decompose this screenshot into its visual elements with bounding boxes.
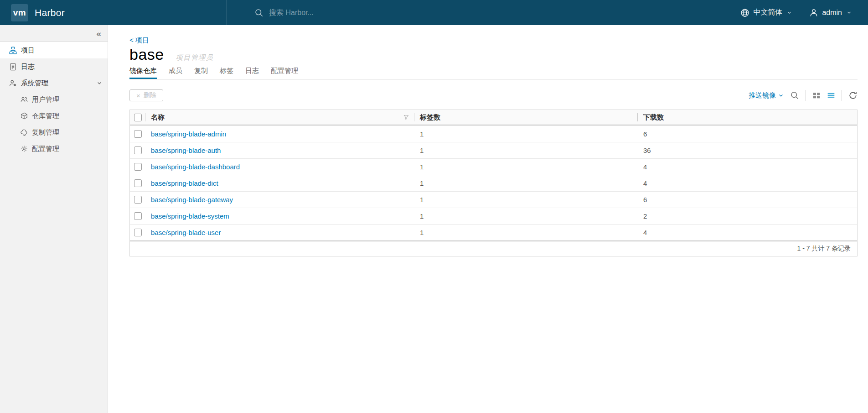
tab-members[interactable]: 成员: [169, 67, 182, 79]
app-title: Harbor: [35, 7, 65, 18]
search-icon: [254, 8, 264, 17]
page-title: base: [129, 46, 164, 63]
repository-link[interactable]: base/spring-blade-user: [151, 229, 221, 236]
tab-labels[interactable]: 标签: [220, 67, 233, 79]
row-checkbox[interactable]: [134, 163, 142, 171]
header-cell-tags: 标签数: [414, 110, 638, 125]
replication-cloud-icon: [21, 129, 28, 136]
search-repositories-icon[interactable]: [790, 91, 799, 100]
row-checkbox[interactable]: [134, 196, 142, 204]
table-row: base/spring-blade-dict 1 4: [130, 175, 857, 191]
row-name-cell: base/spring-blade-system: [145, 212, 414, 220]
sidebar-item-configuration-management[interactable]: 配置管理: [0, 141, 108, 157]
refresh-icon[interactable]: [848, 91, 858, 100]
row-select-cell: [130, 179, 145, 187]
breadcrumb-projects-link[interactable]: < 项目: [129, 36, 149, 44]
app-header: vm Harbor 中文简体: [0, 0, 868, 25]
tab-configuration[interactable]: 配置管理: [271, 67, 298, 79]
row-select-cell: [130, 163, 145, 171]
row-select-cell: [130, 212, 145, 220]
global-search: [227, 0, 740, 25]
row-checkbox[interactable]: [134, 179, 142, 187]
sidebar-item-label: 用户管理: [32, 95, 59, 104]
users-icon: [21, 96, 28, 103]
row-checkbox[interactable]: [134, 146, 142, 154]
header-actions: 中文简体 admin: [740, 0, 868, 25]
sidebar-top: «: [0, 25, 108, 42]
sidebar-item-replication-management[interactable]: 复制管理: [0, 124, 108, 141]
language-menu[interactable]: 中文简体: [740, 8, 792, 17]
delete-button[interactable]: × 删除: [129, 89, 163, 101]
toolbar-right: 推送镜像: [749, 90, 858, 101]
table-row: base/spring-blade-auth 1 36: [130, 142, 857, 158]
row-name-cell: base/spring-blade-admin: [145, 130, 414, 138]
repository-link[interactable]: base/spring-blade-auth: [151, 146, 221, 154]
filter-icon[interactable]: [403, 115, 409, 120]
row-checkbox[interactable]: [134, 130, 142, 138]
row-select-cell: [130, 130, 145, 138]
column-label-pulls: 下载数: [643, 113, 664, 122]
table-body: base/spring-blade-admin 1 6 base/spring-…: [130, 125, 857, 240]
tab-repositories[interactable]: 镜像仓库: [129, 67, 157, 79]
tags-count: 1: [414, 229, 638, 236]
records-summary: 1 - 7 共计 7 条记录: [797, 245, 851, 253]
row-name-cell: base/spring-blade-gateway: [145, 196, 414, 204]
row-name-cell: base/spring-blade-dict: [145, 179, 414, 187]
list-view-icon[interactable]: [827, 91, 835, 99]
sidebar-item-administration[interactable]: 系统管理: [0, 75, 108, 91]
table-row: base/spring-blade-gateway 1 6: [130, 191, 857, 208]
sidebar-item-label: 仓库管理: [32, 112, 59, 120]
search-input[interactable]: [269, 9, 460, 17]
table-header: 名称 标签数 下载数: [130, 110, 857, 125]
pulls-count: 6: [638, 130, 857, 138]
row-select-cell: [130, 229, 145, 236]
collapse-sidebar-icon[interactable]: «: [96, 29, 101, 38]
table-footer: 1 - 7 共计 7 条记录: [130, 240, 857, 256]
sidebar-item-label: 配置管理: [32, 145, 59, 153]
divider: [806, 90, 806, 101]
tab-logs[interactable]: 日志: [245, 67, 259, 79]
row-name-cell: base/spring-blade-auth: [145, 146, 414, 154]
user-icon: [809, 8, 818, 17]
row-select-cell: [130, 146, 145, 154]
tab-bar: 镜像仓库 成员 复制 标签 日志 配置管理: [129, 67, 858, 79]
sidebar-item-registry-management[interactable]: 仓库管理: [0, 108, 108, 124]
header-cell-name: 名称: [145, 110, 414, 125]
sidebar-item-label: 复制管理: [32, 128, 59, 137]
pulls-count: 4: [638, 163, 857, 171]
toolbar: × 删除 推送镜像: [129, 89, 858, 101]
sidebar-item-label: 项目: [21, 46, 35, 55]
repository-link[interactable]: base/spring-blade-system: [151, 212, 229, 220]
card-view-icon[interactable]: [812, 91, 821, 99]
registry-cube-icon: [21, 112, 28, 120]
repository-link[interactable]: base/spring-blade-admin: [151, 130, 226, 138]
main-content: < 项目 base 项目管理员 镜像仓库 成员 复制 标签 日志 配置管理 × …: [108, 25, 868, 413]
user-menu[interactable]: admin: [809, 8, 852, 17]
repository-link[interactable]: base/spring-blade-dict: [151, 179, 218, 187]
chevron-down-icon: [787, 10, 792, 15]
tab-replication[interactable]: 复制: [194, 67, 208, 79]
administrator-icon: [9, 79, 17, 87]
row-name-cell: base/spring-blade-dashboard: [145, 163, 414, 171]
sidebar-item-logs[interactable]: 日志: [0, 58, 108, 75]
tags-count: 1: [414, 179, 638, 187]
table-row: base/spring-blade-admin 1 6: [130, 125, 857, 142]
repository-link[interactable]: base/spring-blade-gateway: [151, 196, 233, 204]
row-checkbox[interactable]: [134, 212, 142, 220]
push-image-button[interactable]: 推送镜像: [749, 91, 784, 100]
tags-count: 1: [414, 212, 638, 220]
repositories-table: 名称 标签数 下载数 base/spring-blade-admin 1 6: [129, 110, 858, 256]
sidebar-item-label: 日志: [21, 63, 35, 71]
column-label-tags: 标签数: [420, 113, 440, 122]
sidebar-item-projects[interactable]: 项目: [0, 42, 108, 58]
select-all-checkbox[interactable]: [134, 114, 142, 121]
row-checkbox[interactable]: [134, 229, 142, 236]
close-icon: ×: [136, 92, 140, 99]
vmware-logo: vm: [11, 4, 28, 21]
chevron-down-icon[interactable]: [97, 80, 102, 86]
repository-link[interactable]: base/spring-blade-dashboard: [151, 163, 240, 171]
role-badge: 项目管理员: [176, 53, 214, 62]
tags-count: 1: [414, 130, 638, 138]
sidebar-item-user-management[interactable]: 用户管理: [0, 91, 108, 108]
row-select-cell: [130, 196, 145, 204]
